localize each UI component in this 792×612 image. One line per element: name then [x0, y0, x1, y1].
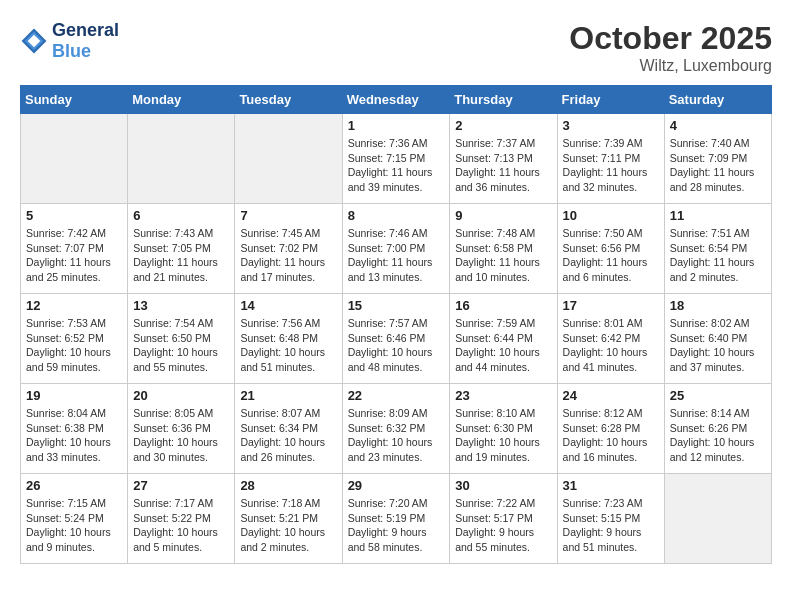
day-info: Sunrise: 8:01 AM Sunset: 6:42 PM Dayligh…	[563, 316, 659, 375]
day-number: 18	[670, 298, 766, 313]
calendar-cell: 12Sunrise: 7:53 AM Sunset: 6:52 PM Dayli…	[21, 294, 128, 384]
day-info: Sunrise: 8:07 AM Sunset: 6:34 PM Dayligh…	[240, 406, 336, 465]
calendar-cell: 6Sunrise: 7:43 AM Sunset: 7:05 PM Daylig…	[128, 204, 235, 294]
day-info: Sunrise: 7:23 AM Sunset: 5:15 PM Dayligh…	[563, 496, 659, 555]
title-block: October 2025 Wiltz, Luxembourg	[569, 20, 772, 75]
calendar-cell: 15Sunrise: 7:57 AM Sunset: 6:46 PM Dayli…	[342, 294, 450, 384]
day-number: 5	[26, 208, 122, 223]
weekday-tuesday: Tuesday	[235, 86, 342, 114]
calendar-table: SundayMondayTuesdayWednesdayThursdayFrid…	[20, 85, 772, 564]
day-number: 7	[240, 208, 336, 223]
day-number: 19	[26, 388, 122, 403]
week-row-5: 26Sunrise: 7:15 AM Sunset: 5:24 PM Dayli…	[21, 474, 772, 564]
day-info: Sunrise: 7:17 AM Sunset: 5:22 PM Dayligh…	[133, 496, 229, 555]
day-info: Sunrise: 8:09 AM Sunset: 6:32 PM Dayligh…	[348, 406, 445, 465]
day-info: Sunrise: 8:02 AM Sunset: 6:40 PM Dayligh…	[670, 316, 766, 375]
day-number: 1	[348, 118, 445, 133]
day-number: 27	[133, 478, 229, 493]
calendar-cell: 7Sunrise: 7:45 AM Sunset: 7:02 PM Daylig…	[235, 204, 342, 294]
weekday-thursday: Thursday	[450, 86, 557, 114]
week-row-4: 19Sunrise: 8:04 AM Sunset: 6:38 PM Dayli…	[21, 384, 772, 474]
weekday-saturday: Saturday	[664, 86, 771, 114]
day-number: 26	[26, 478, 122, 493]
day-number: 15	[348, 298, 445, 313]
day-number: 3	[563, 118, 659, 133]
day-number: 31	[563, 478, 659, 493]
day-info: Sunrise: 7:37 AM Sunset: 7:13 PM Dayligh…	[455, 136, 551, 195]
day-number: 11	[670, 208, 766, 223]
day-number: 24	[563, 388, 659, 403]
calendar-cell: 9Sunrise: 7:48 AM Sunset: 6:58 PM Daylig…	[450, 204, 557, 294]
day-info: Sunrise: 7:57 AM Sunset: 6:46 PM Dayligh…	[348, 316, 445, 375]
calendar-cell: 30Sunrise: 7:22 AM Sunset: 5:17 PM Dayli…	[450, 474, 557, 564]
logo-line2: Blue	[52, 41, 119, 62]
day-info: Sunrise: 7:20 AM Sunset: 5:19 PM Dayligh…	[348, 496, 445, 555]
calendar-cell: 23Sunrise: 8:10 AM Sunset: 6:30 PM Dayli…	[450, 384, 557, 474]
day-number: 2	[455, 118, 551, 133]
weekday-monday: Monday	[128, 86, 235, 114]
week-row-1: 1Sunrise: 7:36 AM Sunset: 7:15 PM Daylig…	[21, 114, 772, 204]
page-header: General Blue October 2025 Wiltz, Luxembo…	[20, 20, 772, 75]
day-info: Sunrise: 8:10 AM Sunset: 6:30 PM Dayligh…	[455, 406, 551, 465]
week-row-2: 5Sunrise: 7:42 AM Sunset: 7:07 PM Daylig…	[21, 204, 772, 294]
calendar-cell: 8Sunrise: 7:46 AM Sunset: 7:00 PM Daylig…	[342, 204, 450, 294]
calendar-cell: 10Sunrise: 7:50 AM Sunset: 6:56 PM Dayli…	[557, 204, 664, 294]
day-info: Sunrise: 7:48 AM Sunset: 6:58 PM Dayligh…	[455, 226, 551, 285]
logo-line1: General	[52, 20, 119, 41]
calendar-cell: 28Sunrise: 7:18 AM Sunset: 5:21 PM Dayli…	[235, 474, 342, 564]
month-title: October 2025	[569, 20, 772, 57]
day-info: Sunrise: 7:42 AM Sunset: 7:07 PM Dayligh…	[26, 226, 122, 285]
day-info: Sunrise: 7:22 AM Sunset: 5:17 PM Dayligh…	[455, 496, 551, 555]
day-info: Sunrise: 7:15 AM Sunset: 5:24 PM Dayligh…	[26, 496, 122, 555]
logo-icon	[20, 27, 48, 55]
calendar-cell: 2Sunrise: 7:37 AM Sunset: 7:13 PM Daylig…	[450, 114, 557, 204]
calendar-cell: 1Sunrise: 7:36 AM Sunset: 7:15 PM Daylig…	[342, 114, 450, 204]
day-info: Sunrise: 7:40 AM Sunset: 7:09 PM Dayligh…	[670, 136, 766, 195]
calendar-cell: 3Sunrise: 7:39 AM Sunset: 7:11 PM Daylig…	[557, 114, 664, 204]
day-number: 29	[348, 478, 445, 493]
calendar-cell	[128, 114, 235, 204]
day-info: Sunrise: 8:12 AM Sunset: 6:28 PM Dayligh…	[563, 406, 659, 465]
calendar-cell: 4Sunrise: 7:40 AM Sunset: 7:09 PM Daylig…	[664, 114, 771, 204]
day-info: Sunrise: 7:46 AM Sunset: 7:00 PM Dayligh…	[348, 226, 445, 285]
day-info: Sunrise: 8:05 AM Sunset: 6:36 PM Dayligh…	[133, 406, 229, 465]
calendar-cell: 19Sunrise: 8:04 AM Sunset: 6:38 PM Dayli…	[21, 384, 128, 474]
day-info: Sunrise: 7:56 AM Sunset: 6:48 PM Dayligh…	[240, 316, 336, 375]
week-row-3: 12Sunrise: 7:53 AM Sunset: 6:52 PM Dayli…	[21, 294, 772, 384]
calendar-cell: 22Sunrise: 8:09 AM Sunset: 6:32 PM Dayli…	[342, 384, 450, 474]
day-number: 22	[348, 388, 445, 403]
day-number: 6	[133, 208, 229, 223]
day-info: Sunrise: 7:43 AM Sunset: 7:05 PM Dayligh…	[133, 226, 229, 285]
calendar-cell: 16Sunrise: 7:59 AM Sunset: 6:44 PM Dayli…	[450, 294, 557, 384]
weekday-friday: Friday	[557, 86, 664, 114]
calendar-cell: 31Sunrise: 7:23 AM Sunset: 5:15 PM Dayli…	[557, 474, 664, 564]
calendar-cell: 21Sunrise: 8:07 AM Sunset: 6:34 PM Dayli…	[235, 384, 342, 474]
calendar-cell	[21, 114, 128, 204]
day-info: Sunrise: 7:45 AM Sunset: 7:02 PM Dayligh…	[240, 226, 336, 285]
day-info: Sunrise: 7:59 AM Sunset: 6:44 PM Dayligh…	[455, 316, 551, 375]
calendar-cell: 25Sunrise: 8:14 AM Sunset: 6:26 PM Dayli…	[664, 384, 771, 474]
calendar-cell	[664, 474, 771, 564]
calendar-cell	[235, 114, 342, 204]
day-number: 28	[240, 478, 336, 493]
day-info: Sunrise: 7:54 AM Sunset: 6:50 PM Dayligh…	[133, 316, 229, 375]
calendar-cell: 14Sunrise: 7:56 AM Sunset: 6:48 PM Dayli…	[235, 294, 342, 384]
calendar-cell: 29Sunrise: 7:20 AM Sunset: 5:19 PM Dayli…	[342, 474, 450, 564]
day-number: 21	[240, 388, 336, 403]
day-number: 12	[26, 298, 122, 313]
weekday-wednesday: Wednesday	[342, 86, 450, 114]
calendar-cell: 5Sunrise: 7:42 AM Sunset: 7:07 PM Daylig…	[21, 204, 128, 294]
calendar-cell: 27Sunrise: 7:17 AM Sunset: 5:22 PM Dayli…	[128, 474, 235, 564]
day-info: Sunrise: 7:36 AM Sunset: 7:15 PM Dayligh…	[348, 136, 445, 195]
location: Wiltz, Luxembourg	[569, 57, 772, 75]
day-number: 20	[133, 388, 229, 403]
day-number: 10	[563, 208, 659, 223]
weekday-header-row: SundayMondayTuesdayWednesdayThursdayFrid…	[21, 86, 772, 114]
day-number: 30	[455, 478, 551, 493]
calendar-cell: 26Sunrise: 7:15 AM Sunset: 5:24 PM Dayli…	[21, 474, 128, 564]
day-number: 17	[563, 298, 659, 313]
day-number: 9	[455, 208, 551, 223]
day-info: Sunrise: 7:50 AM Sunset: 6:56 PM Dayligh…	[563, 226, 659, 285]
calendar-cell: 20Sunrise: 8:05 AM Sunset: 6:36 PM Dayli…	[128, 384, 235, 474]
calendar-cell: 17Sunrise: 8:01 AM Sunset: 6:42 PM Dayli…	[557, 294, 664, 384]
